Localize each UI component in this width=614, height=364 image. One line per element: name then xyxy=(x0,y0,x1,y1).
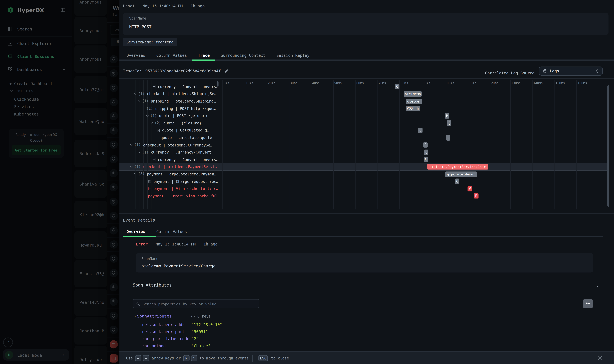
span-count: (2) xyxy=(155,121,161,125)
span-tree-row[interactable]: (1)quote | POST /getquote xyxy=(119,112,218,119)
gridline xyxy=(554,80,555,209)
span-name-card: SpanName oteldemo.PaymentService/Charge xyxy=(136,253,593,273)
tab-session-replay[interactable]: Session Replay xyxy=(271,51,315,59)
span-duration-bar[interactable]: oteldemo. xyxy=(404,91,422,97)
span-duration-bar[interactable]: P xyxy=(445,113,449,118)
drawer-tabs: OverviewColumn ValuesTraceSurrounding Co… xyxy=(121,51,315,59)
span-tree-row[interactable]: (1)checkout | oteldemo.CurrencySe… xyxy=(119,141,218,149)
span-duration-bar[interactable]: C xyxy=(424,157,428,162)
span-label: payment | Error: Visa cache ful… xyxy=(148,194,218,198)
time-tick-label: 40ms xyxy=(312,81,320,85)
span-duration-bar[interactable]: grpc.oteldemo. xyxy=(445,171,477,177)
gridline xyxy=(444,80,444,209)
span-label: quote | calculate-quote xyxy=(160,135,212,140)
span-tree-row[interactable]: currency | Convert convers… xyxy=(119,83,218,90)
span-tree-row[interactable]: payment | Visa cache full: c… xyxy=(119,185,218,192)
waterfall-scrollbar[interactable] xyxy=(607,85,609,207)
span-tree-row[interactable]: (1)checkout | oteldemo.ShippingSe… xyxy=(119,90,218,98)
span-duration-bar[interactable]: otelder xyxy=(406,99,422,104)
span-count: (1) xyxy=(134,165,141,169)
attribute-row[interactable]: rpc.method "Charge" xyxy=(142,344,210,351)
gridline xyxy=(222,80,223,209)
edit-icon[interactable] xyxy=(224,69,229,73)
time-tick-label: 20ms xyxy=(268,81,275,85)
modal-overlay[interactable] xyxy=(0,0,119,364)
span-duration-bar[interactable]: C xyxy=(423,142,427,148)
span-tree-row[interactable]: (1)currency | Currency/Convert xyxy=(119,148,218,156)
tab-surrounding-context[interactable]: Surrounding Context xyxy=(215,51,271,59)
span-label: currency | Currency/Convert xyxy=(151,150,211,154)
esc-hint: ESC to close xyxy=(259,351,289,364)
gridline xyxy=(488,80,488,209)
span-tree-row[interactable]: quote | Calculated q… xyxy=(119,127,218,134)
span-tree-row[interactable]: payment | Charge request rec… xyxy=(119,178,218,185)
attributes-root-toggle[interactable]: ▾ SpanAttributes {} 6 keys xyxy=(134,314,171,318)
attributes-search-input[interactable]: Search properties by key or value xyxy=(133,299,259,308)
span-duration-bar[interactable]: POST h xyxy=(406,106,420,111)
pane-splitter[interactable] xyxy=(218,80,218,209)
span-name-card: SpanName HTTP POST xyxy=(123,13,608,35)
time-tick-label: 130ms xyxy=(511,81,521,85)
time-tick-label: 100ms xyxy=(445,81,454,85)
span-tree-row[interactable]: quote | calculate-quote xyxy=(119,134,218,141)
search-icon xyxy=(136,302,140,306)
event-age: 1h ago xyxy=(203,242,218,246)
attribute-row[interactable]: net.sock.peer.port "50051" xyxy=(142,330,208,337)
event-tab-overview[interactable]: Overview xyxy=(121,227,151,236)
event-timestamp: May 15 1:40:14 PM xyxy=(143,4,183,8)
span-duration-bar[interactable]: V xyxy=(468,186,472,192)
tab-trace[interactable]: Trace xyxy=(193,51,215,59)
tab-overview[interactable]: Overview xyxy=(121,51,151,59)
span-duration-bar[interactable]: { xyxy=(447,120,451,126)
span-duration-bar[interactable]: C xyxy=(455,179,459,184)
span-tree-row[interactable]: (2)quote | {closure} xyxy=(119,119,218,127)
span-duration-bar[interactable]: C xyxy=(418,128,422,133)
event-timestamp: May 15 1:40:14 PM xyxy=(156,242,196,246)
trace-id-label: TraceId: xyxy=(123,69,142,73)
span-duration-bar[interactable]: E xyxy=(474,193,479,199)
tab-column-values[interactable]: Column Values xyxy=(151,51,192,59)
span-duration-bar[interactable]: c xyxy=(446,135,450,141)
search-placeholder: Search properties by key or value xyxy=(143,302,216,306)
chevron-down-icon xyxy=(142,107,145,110)
attribute-key: net.sock.peer.port xyxy=(142,330,192,337)
span-count: (1) xyxy=(150,114,157,118)
event-details-title: Event Details xyxy=(123,218,155,222)
span-duration-bar[interactable]: C xyxy=(395,84,399,90)
attributes-settings-button[interactable] xyxy=(583,299,593,308)
chevron-down-icon xyxy=(150,122,154,125)
span-duration-bar[interactable]: C xyxy=(424,149,428,155)
span-count: (1) xyxy=(134,143,141,147)
span-label: checkout | oteldemo.PaymentServi… xyxy=(143,165,217,169)
log-doc-icon xyxy=(148,187,152,191)
span-label: quote | Calculated q… xyxy=(162,128,209,132)
time-tick-label: 50ms xyxy=(334,81,342,85)
span-label: shipping | POST http://quo… xyxy=(155,106,216,111)
span-count: (1) xyxy=(146,106,153,110)
span-tree-row[interactable]: (1)shipping | POST http://quo… xyxy=(119,105,218,112)
event-tab-column-values[interactable]: Column Values xyxy=(151,227,192,236)
collapse-section-icon[interactable] xyxy=(594,285,599,288)
span-tree-row[interactable]: (1)checkout | oteldemo.PaymentServi… xyxy=(119,163,218,170)
span-tree-row[interactable]: currency | Convert convers… xyxy=(119,156,218,163)
attribute-row[interactable]: net.sock.peer.addr "172.28.0.10" xyxy=(142,323,222,330)
span-tree-row[interactable]: (3)payment | grpc.oteldemo.Paymen… xyxy=(119,170,218,178)
trace-id-row: TraceId: 957362828baa84dc02d95a4e6e99ca4… xyxy=(123,69,229,73)
log-doc-icon xyxy=(152,157,156,161)
span-tree-row[interactable]: (1)shipping | oteldemo.Shipping… xyxy=(119,98,218,105)
time-tick-label: 110ms xyxy=(467,81,476,85)
close-icon[interactable] xyxy=(597,355,603,361)
gridline xyxy=(377,80,378,209)
event-details-tabs: OverviewColumn Values xyxy=(121,227,193,236)
log-doc-icon xyxy=(157,128,160,132)
span-duration-bar[interactable]: oteldemo.PaymentService/Char xyxy=(427,164,488,169)
attribute-value: "172.28.0.10" xyxy=(192,323,222,330)
time-tick-label: 0ms xyxy=(224,81,229,85)
service-name-chip[interactable]: ServiceName: frontend xyxy=(123,38,177,46)
trace-id-value: 957362828baa84dc02d95a4e6e99ca4f xyxy=(145,69,221,73)
chevron-down-icon xyxy=(137,151,141,154)
log-source-select[interactable]: Logs xyxy=(539,66,603,76)
attribute-row[interactable]: rpc.grpc.status_code "2" xyxy=(142,337,198,344)
gridline xyxy=(510,80,510,209)
span-tree-row[interactable]: payment | Error: Visa cache ful… xyxy=(119,192,218,199)
